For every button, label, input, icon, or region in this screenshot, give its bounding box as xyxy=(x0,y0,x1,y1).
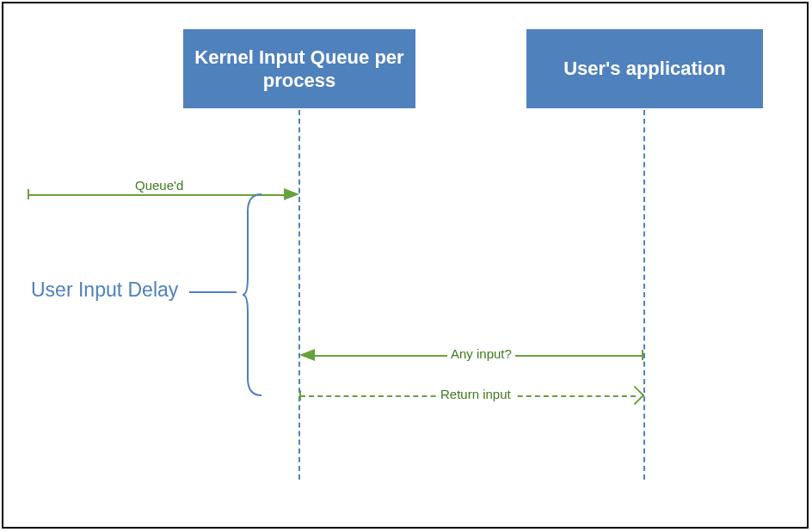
label-user-input-delay: User Input Delay xyxy=(31,278,178,302)
arrow-return-input-start-tick xyxy=(299,390,301,401)
participant-kernel-input-queue-label: Kernel Input Queue per process xyxy=(192,46,407,93)
label-queued: Queue'd xyxy=(132,178,187,193)
lifeline-user-application xyxy=(643,110,645,480)
lifeline-kernel-input-queue xyxy=(298,110,300,480)
user-input-delay-bracket xyxy=(243,194,261,395)
label-any-input: Any input? xyxy=(447,346,515,361)
participant-user-application: User's application xyxy=(526,29,763,108)
diagram-frame: Kernel Input Queue per process User's ap… xyxy=(2,2,809,529)
arrow-any-input-start-tick xyxy=(642,350,643,360)
arrow-any-input-head xyxy=(299,349,315,361)
participant-kernel-input-queue: Kernel Input Queue per process xyxy=(183,29,415,108)
arrow-return-input-head xyxy=(625,386,645,406)
arrow-queued-start-tick xyxy=(28,189,29,199)
arrow-queued-head xyxy=(284,188,299,200)
user-input-delay-connector xyxy=(189,291,237,293)
participant-user-application-label: User's application xyxy=(563,57,726,81)
label-return-input: Return input xyxy=(437,387,514,401)
